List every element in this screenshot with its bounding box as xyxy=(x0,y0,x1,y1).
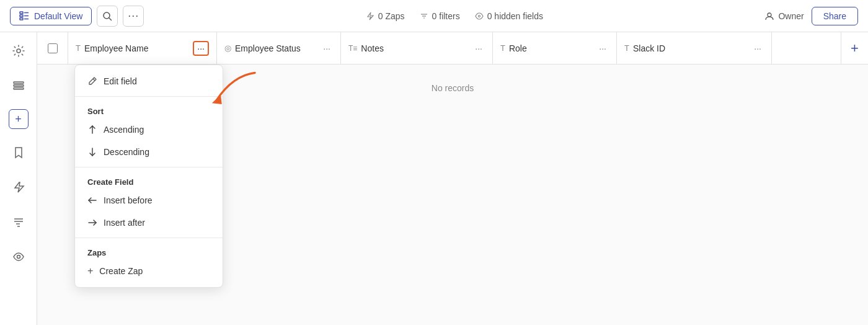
person-icon xyxy=(764,11,774,21)
default-view-button[interactable]: Default View xyxy=(10,7,92,25)
filters-label: 0 filters xyxy=(432,11,460,21)
main-layout: + xyxy=(0,32,868,325)
edit-icon xyxy=(87,76,97,86)
sidebar-add-button[interactable]: + xyxy=(9,109,29,129)
svg-point-13 xyxy=(17,49,20,53)
content-area: T Employee Name ··· ◎ Employee Status ··… xyxy=(37,32,868,325)
column-context-menu: Edit field Sort Ascending Descending xyxy=(74,65,223,288)
select-all-checkbox[interactable] xyxy=(48,43,58,53)
zap-sidebar-icon xyxy=(12,181,25,194)
divider-3 xyxy=(75,238,223,238)
sidebar-icon-filter[interactable] xyxy=(7,211,30,233)
plus-zap-icon: + xyxy=(87,266,93,276)
more-dots-icon: ··· xyxy=(128,9,139,22)
column-label-role: Role xyxy=(509,43,527,53)
more-options-button[interactable]: ··· xyxy=(123,6,144,27)
column-label-slack-id: Slack ID xyxy=(633,43,665,53)
zap-icon xyxy=(366,12,374,20)
svg-line-22 xyxy=(93,79,95,81)
sidebar-icon-zap[interactable] xyxy=(7,176,30,198)
owner-label-text: Owner xyxy=(778,11,804,21)
column-label-notes: Notes xyxy=(361,43,384,53)
default-view-label: Default View xyxy=(34,11,82,21)
notes-type-icon: T≡ xyxy=(348,44,357,53)
table-header: T Employee Name ··· ◎ Employee Status ··… xyxy=(37,32,868,65)
column-more-button-employee-name[interactable]: ··· xyxy=(193,41,209,56)
top-bar-left: Default View ··· xyxy=(10,6,144,27)
edit-field-label: Edit field xyxy=(104,76,137,86)
search-button[interactable] xyxy=(97,6,118,27)
arrow-right-icon xyxy=(87,218,97,228)
svg-rect-2 xyxy=(20,18,23,20)
create-zap-label: Create Zap xyxy=(99,266,143,276)
svg-rect-14 xyxy=(14,82,24,84)
add-col-icon: + xyxy=(851,40,859,56)
eye-icon xyxy=(475,12,484,20)
top-bar-right: Owner Share xyxy=(764,7,858,25)
divider-2 xyxy=(75,167,223,167)
svg-rect-16 xyxy=(14,88,24,90)
grid-view-icon xyxy=(19,11,29,21)
top-bar: Default View ··· 0 Zaps 0 filters xyxy=(0,0,868,32)
status-type-icon: ◎ xyxy=(224,43,231,53)
column-more-button-employee-status[interactable]: ··· xyxy=(321,42,333,55)
insert-after-item[interactable]: Insert after xyxy=(75,211,223,234)
column-more-button-slack-id[interactable]: ··· xyxy=(751,42,764,55)
add-column-button[interactable]: + xyxy=(841,32,868,64)
insert-after-label: Insert after xyxy=(104,218,145,228)
filters-button[interactable]: 0 filters xyxy=(420,11,460,21)
ascending-icon xyxy=(87,125,97,135)
zaps-label: 0 Zaps xyxy=(378,11,405,21)
zaps-section-label: Zaps xyxy=(75,242,223,260)
zaps-button[interactable]: 0 Zaps xyxy=(366,11,405,21)
insert-before-label: Insert before xyxy=(104,195,153,205)
owner-button[interactable]: Owner xyxy=(764,11,804,21)
sidebar-icon-list[interactable] xyxy=(7,74,30,97)
gear-icon xyxy=(12,45,25,57)
svg-point-12 xyxy=(768,13,771,17)
column-label-employee-name: Employee Name xyxy=(84,43,149,53)
edit-field-item[interactable]: Edit field xyxy=(75,70,223,92)
share-button[interactable]: Share xyxy=(812,7,858,25)
svg-rect-1 xyxy=(20,15,23,17)
sort-ascending-item[interactable]: Ascending xyxy=(75,118,223,141)
eye-sidebar-icon xyxy=(12,251,25,263)
bookmark-icon xyxy=(12,146,25,159)
hidden-fields-button[interactable]: 0 hidden fields xyxy=(475,11,543,21)
top-bar-center: 0 Zaps 0 filters 0 hidden fields xyxy=(366,11,543,21)
filter-icon xyxy=(420,12,428,20)
divider-1 xyxy=(75,96,223,97)
column-header-employee-status: ◎ Employee Status ··· xyxy=(217,32,341,64)
sidebar: + xyxy=(0,32,37,325)
share-label: Share xyxy=(823,11,846,21)
column-header-notes: T≡ Notes ··· xyxy=(341,32,493,64)
insert-before-item[interactable]: Insert before xyxy=(75,189,223,211)
svg-point-21 xyxy=(17,256,20,259)
ascending-label: Ascending xyxy=(104,125,144,135)
filter-sidebar-icon xyxy=(12,216,25,228)
svg-rect-15 xyxy=(14,85,24,87)
select-all-checkbox-cell xyxy=(37,32,68,64)
sort-section-label: Sort xyxy=(75,100,223,118)
sidebar-icon-eye[interactable] xyxy=(7,246,30,268)
column-header-role: T Role ··· xyxy=(493,32,617,64)
sidebar-icon-bookmark[interactable] xyxy=(7,141,30,164)
column-header-slack-id: T Slack ID ··· xyxy=(617,32,772,64)
text-type-icon: T xyxy=(76,43,81,53)
sort-descending-item[interactable]: Descending xyxy=(75,141,223,163)
slack-type-icon: T xyxy=(624,43,629,53)
create-field-label: Create Field xyxy=(75,171,223,189)
descending-icon xyxy=(87,147,97,157)
plus-icon: + xyxy=(15,113,22,126)
hidden-fields-label: 0 hidden fields xyxy=(487,11,543,21)
column-more-button-notes[interactable]: ··· xyxy=(472,42,485,55)
svg-rect-0 xyxy=(20,12,23,14)
search-icon xyxy=(102,11,112,21)
create-zap-item[interactable]: + Create Zap xyxy=(75,260,223,282)
role-type-icon: T xyxy=(500,43,505,53)
svg-point-11 xyxy=(478,15,480,17)
list-icon xyxy=(12,79,25,92)
column-more-button-role[interactable]: ··· xyxy=(596,42,609,55)
sidebar-icon-settings[interactable] xyxy=(7,40,30,62)
arrow-left-icon xyxy=(87,195,97,205)
